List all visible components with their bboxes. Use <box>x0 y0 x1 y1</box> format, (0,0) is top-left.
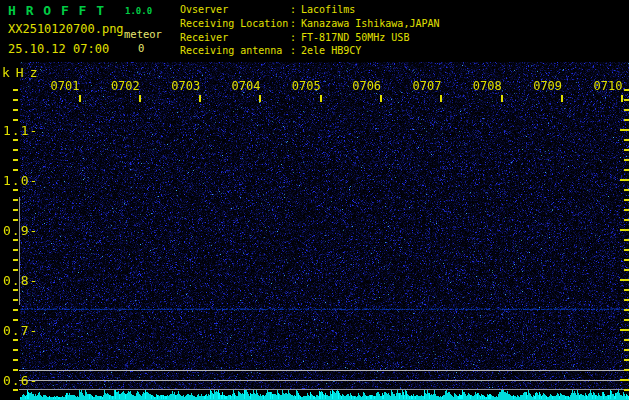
station-info-separator: : <box>290 44 296 58</box>
observation-datetime: 25.10.12 07:00 <box>8 42 109 56</box>
freq-major-tick-right <box>620 379 629 381</box>
minute-tick <box>259 95 261 102</box>
frequency-axis-label: 0.7- <box>3 323 38 338</box>
freq-minor-tick-right <box>624 169 629 171</box>
station-info-row: Receiving antenna:2ele HB9CY <box>180 44 440 58</box>
freq-minor-tick-left <box>13 209 18 211</box>
calibration-line-0.6khz <box>19 380 629 381</box>
minute-tick <box>79 95 81 102</box>
freq-minor-tick-left <box>13 149 18 151</box>
station-info-value: Kanazawa Ishikawa,JAPAN <box>301 18 439 29</box>
time-axis-label: 0707 <box>413 79 442 93</box>
station-info-label: Receiving Location <box>180 17 290 31</box>
freq-minor-tick-left <box>13 239 18 241</box>
freq-minor-tick-left <box>13 139 18 141</box>
time-axis-label: 0702 <box>111 79 140 93</box>
frequency-range-marker-line <box>19 197 20 305</box>
freq-minor-tick-left <box>13 169 18 171</box>
station-info-value: Lacofilms <box>301 4 355 15</box>
freq-minor-tick-left <box>13 189 18 191</box>
station-info-value: FT-817ND 50MHz USB <box>301 32 409 43</box>
freq-minor-tick-right <box>624 299 629 301</box>
freq-minor-tick-right <box>624 159 629 161</box>
freq-minor-tick-right <box>624 319 629 321</box>
app-title: H R O F F T <box>8 3 105 18</box>
frequency-axis-label: 0.8- <box>3 273 38 288</box>
app-version: 1.0.0 <box>125 6 152 16</box>
freq-minor-tick-right <box>624 199 629 201</box>
freq-minor-tick-right <box>624 339 629 341</box>
freq-minor-tick-left <box>13 89 18 91</box>
freq-minor-tick-left <box>13 159 18 161</box>
station-info-label: Ovserver <box>180 3 290 17</box>
freq-minor-tick-left <box>13 299 18 301</box>
minute-tick <box>501 95 503 102</box>
minute-tick <box>380 95 382 102</box>
station-info-row: Receiving Location:Kanazawa Ishikawa,JAP… <box>180 17 440 31</box>
freq-major-tick-right <box>620 129 629 131</box>
freq-minor-tick-right <box>624 219 629 221</box>
freq-major-tick-right <box>620 229 629 231</box>
freq-minor-tick-left <box>13 199 18 201</box>
meteor-count-value: 0 <box>138 42 144 54</box>
freq-minor-tick-right <box>624 269 629 271</box>
freq-major-tick-right <box>620 329 629 331</box>
freq-minor-tick-left <box>13 319 18 321</box>
station-info-row: Receiver:FT-817ND 50MHz USB <box>180 31 440 45</box>
freq-minor-tick-right <box>624 249 629 251</box>
freq-minor-tick-right <box>624 139 629 141</box>
minute-tick <box>199 95 201 102</box>
freq-minor-tick-left <box>13 119 18 121</box>
freq-minor-tick-right <box>624 369 629 371</box>
freq-minor-tick-left <box>13 219 18 221</box>
time-axis-label: 0705 <box>292 79 321 93</box>
freq-minor-tick-right <box>624 89 629 91</box>
freq-minor-tick-right <box>624 289 629 291</box>
time-axis-label: 0701 <box>51 79 80 93</box>
station-info-separator: : <box>290 31 296 45</box>
time-axis-label: 0704 <box>232 79 261 93</box>
freq-minor-tick-right <box>624 389 629 391</box>
freq-minor-tick-right <box>624 189 629 191</box>
freq-minor-tick-right <box>624 119 629 121</box>
minute-tick <box>139 95 141 102</box>
freq-minor-tick-left <box>13 339 18 341</box>
freq-minor-tick-right <box>624 239 629 241</box>
spectrogram-noise-field <box>20 62 629 389</box>
frequency-axis-label: 0.9- <box>3 223 38 238</box>
hrofft-output-image: H R O F F T 1.0.0 XX2510120700.png meteo… <box>0 0 629 400</box>
output-file-name: XX2510120700.png <box>8 22 124 36</box>
freq-minor-tick-right <box>624 209 629 211</box>
minute-tick <box>561 95 563 102</box>
freq-minor-tick-left <box>13 389 18 391</box>
frequency-unit-label: kHz <box>2 65 43 80</box>
station-info-value: 2ele HB9CY <box>301 45 361 56</box>
station-info-separator: : <box>290 3 296 17</box>
frequency-axis-label: 0.6- <box>3 373 38 388</box>
station-info-row: Ovserver:Lacofilms <box>180 3 440 17</box>
freq-minor-tick-left <box>13 249 18 251</box>
calibration-line-upper <box>19 370 629 371</box>
minute-tick <box>320 95 322 102</box>
station-info-block: Ovserver:LacofilmsReceiving Location:Kan… <box>180 3 440 58</box>
freq-minor-tick-left <box>13 259 18 261</box>
freq-minor-tick-left <box>13 349 18 351</box>
frequency-axis-label: 1.1- <box>3 123 38 138</box>
freq-minor-tick-right <box>624 149 629 151</box>
time-axis-label: 0709 <box>533 79 562 93</box>
freq-minor-tick-left <box>13 289 18 291</box>
freq-minor-tick-right <box>624 109 629 111</box>
frequency-axis-label: 1.0- <box>3 173 38 188</box>
freq-minor-tick-right <box>624 349 629 351</box>
station-info-label: Receiver <box>180 31 290 45</box>
freq-minor-tick-left <box>13 309 18 311</box>
time-axis-label: 0708 <box>473 79 502 93</box>
station-info-separator: : <box>290 17 296 31</box>
audio-level-trace <box>20 390 629 400</box>
minute-tick <box>440 95 442 102</box>
freq-minor-tick-left <box>13 109 18 111</box>
freq-minor-tick-right <box>624 359 629 361</box>
freq-minor-tick-left <box>13 359 18 361</box>
freq-major-tick-right <box>620 279 629 281</box>
time-axis-label: 0706 <box>352 79 381 93</box>
